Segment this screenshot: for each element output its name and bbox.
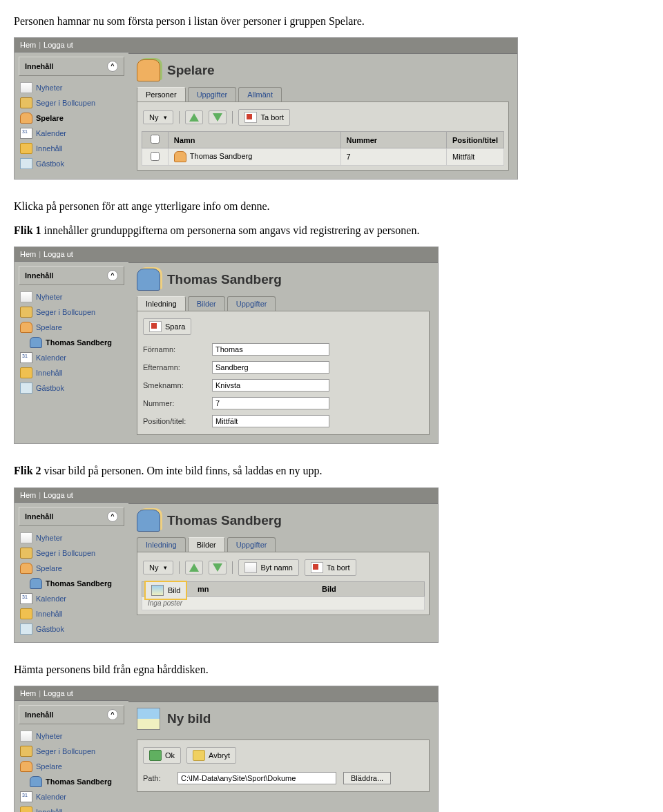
sidebar-item-nyheter[interactable]: Nyheter — [20, 289, 123, 304]
sidebar-item-gastbok[interactable]: Gästbok — [20, 156, 123, 171]
sidebar-item-kalender[interactable]: Kalender — [20, 126, 123, 141]
select-all-checkbox[interactable] — [151, 135, 160, 144]
arrow-down-icon — [213, 563, 222, 572]
news-icon — [20, 82, 32, 93]
move-up-button[interactable] — [185, 110, 203, 124]
sidebar-item-gastbok[interactable]: Gästbok — [20, 621, 123, 637]
sidebar-item-kalender[interactable]: Kalender — [20, 789, 123, 804]
sidebar-header[interactable]: Innehåll^ — [19, 266, 124, 285]
link-loggaut[interactable]: Logga ut — [44, 41, 73, 49]
link-loggaut[interactable]: Logga ut — [44, 250, 73, 258]
link-loggaut[interactable]: Logga ut — [44, 491, 73, 499]
delete-button[interactable]: Ta bort — [238, 109, 290, 126]
col-namn[interactable]: Namn — [168, 132, 340, 148]
sidebar-item-kalender[interactable]: Kalender — [20, 350, 123, 365]
table-row[interactable]: Thomas Sandberg 7 Mittfält — [142, 148, 504, 166]
link-hem[interactable]: Hem — [20, 250, 36, 258]
sidebar-item-innehall[interactable]: Innehåll — [20, 804, 123, 812]
screenshot-1: Hem|Logga ut Innehåll ^ Nyheter Seger i … — [14, 37, 518, 180]
cancel-button[interactable]: Avbryt — [186, 747, 236, 764]
calendar-icon — [20, 593, 32, 604]
link-hem[interactable]: Hem — [20, 41, 36, 49]
col-nummer[interactable]: Nummer — [340, 132, 446, 148]
sidebar-item-seger[interactable]: Seger i Bollcupen — [20, 744, 123, 759]
sidebar-item-label: Thomas Sandberg — [46, 579, 112, 588]
tab-inledning[interactable]: Inledning — [137, 296, 186, 311]
page-title: Thomas Sandberg — [167, 513, 282, 528]
move-down-button[interactable] — [209, 561, 227, 574]
collapse-icon[interactable]: ^ — [107, 511, 118, 522]
sidebar-item-seger[interactable]: Seger i Bollcupen — [20, 95, 123, 110]
sidebar-header[interactable]: Innehåll ^ — [19, 57, 124, 76]
tab-bilder[interactable]: Bilder — [188, 296, 225, 311]
sidebar-item-thomas[interactable]: Thomas Sandberg — [20, 335, 123, 350]
tab-uppgifter[interactable]: Uppgifter — [188, 87, 237, 102]
save-button[interactable]: Spara — [143, 318, 191, 335]
link-loggaut[interactable]: Logga ut — [44, 689, 73, 697]
smeknamn-input[interactable] — [212, 379, 329, 392]
sidebar-item-seger[interactable]: Seger i Bollcupen — [20, 304, 123, 320]
arrow-down-icon — [213, 113, 222, 122]
tab-bilder[interactable]: Bilder — [188, 537, 225, 552]
person-icon — [30, 578, 42, 589]
link-hem[interactable]: Hem — [20, 689, 36, 697]
sidebar-header[interactable]: Innehåll^ — [19, 705, 124, 724]
browse-button[interactable]: Bläddra... — [343, 772, 391, 784]
collapse-icon[interactable]: ^ — [107, 270, 118, 281]
button-label: Spara — [165, 322, 185, 331]
move-up-button[interactable] — [185, 561, 203, 574]
arrow-up-icon — [189, 563, 199, 572]
cell-nummer: 7 — [340, 148, 446, 166]
sidebar-item-label: Innehåll — [36, 369, 63, 377]
calendar-icon — [20, 352, 32, 363]
collapse-icon[interactable]: ^ — [107, 61, 118, 72]
bold-text: Flik 1 — [14, 224, 41, 236]
delete-icon — [311, 562, 323, 573]
bild-button-selected[interactable]: Bild — [144, 581, 187, 600]
row-checkbox[interactable] — [151, 152, 160, 161]
sidebar-item-spelare[interactable]: Spelare — [20, 320, 123, 335]
path-input[interactable] — [177, 772, 336, 784]
sidebar-item-spelare[interactable]: Spelare — [20, 110, 123, 126]
sidebar-item-spelare[interactable]: Spelare — [20, 561, 123, 576]
efternamn-input[interactable] — [212, 361, 329, 374]
sidebar-item-gastbok[interactable]: Gästbok — [20, 380, 123, 396]
tab-uppgifter[interactable]: Uppgifter — [227, 537, 276, 552]
position-input[interactable] — [212, 415, 329, 427]
sidebar-item-nyheter[interactable]: Nyheter — [20, 530, 123, 545]
sidebar-item-innehall[interactable]: Innehåll — [20, 141, 123, 156]
tab-personer[interactable]: Personer — [137, 87, 186, 102]
ok-button[interactable]: Ok — [143, 747, 181, 764]
paragraph-3: Flik 1 innehåller grunduppgifterna om pe… — [14, 223, 649, 238]
col-position[interactable]: Position/titel — [447, 132, 504, 148]
tab-allmant[interactable]: Allmänt — [238, 87, 282, 102]
person-icon — [30, 337, 42, 348]
new-button[interactable]: Ny — [143, 110, 173, 124]
link-hem[interactable]: Hem — [20, 491, 36, 499]
book-icon — [20, 158, 32, 169]
delete-button[interactable]: Ta bort — [305, 559, 356, 576]
rename-button[interactable]: Byt namn — [238, 559, 298, 576]
sidebar-item-kalender[interactable]: Kalender — [20, 591, 123, 606]
sidebar-item-innehall[interactable]: Innehåll — [20, 365, 123, 380]
collapse-icon[interactable]: ^ — [107, 709, 118, 720]
people-icon — [137, 59, 160, 81]
tab-inledning[interactable]: Inledning — [137, 537, 186, 552]
new-button[interactable]: Ny — [143, 561, 173, 574]
sidebar-header[interactable]: Innehåll^ — [19, 507, 124, 526]
sidebar-item-innehall[interactable]: Innehåll — [20, 606, 123, 621]
folder-icon — [20, 608, 32, 619]
sidebar-item-label: Seger i Bollcupen — [36, 549, 95, 557]
nummer-input[interactable] — [212, 397, 329, 409]
tab-uppgifter[interactable]: Uppgifter — [227, 296, 276, 311]
sidebar-item-seger[interactable]: Seger i Bollcupen — [20, 545, 123, 561]
sidebar-item-nyheter[interactable]: Nyheter — [20, 80, 123, 95]
sidebar-item-thomas[interactable]: Thomas Sandberg — [20, 774, 123, 789]
sidebar-item-spelare[interactable]: Spelare — [20, 759, 123, 774]
sidebar-item-label: Innehåll — [36, 610, 63, 618]
sidebar-item-nyheter[interactable]: Nyheter — [20, 728, 123, 744]
sidebar-item-thomas[interactable]: Thomas Sandberg — [20, 576, 123, 591]
sidebar-header-label: Innehåll — [25, 710, 54, 719]
fornamn-input[interactable] — [212, 343, 329, 356]
move-down-button[interactable] — [209, 110, 227, 124]
